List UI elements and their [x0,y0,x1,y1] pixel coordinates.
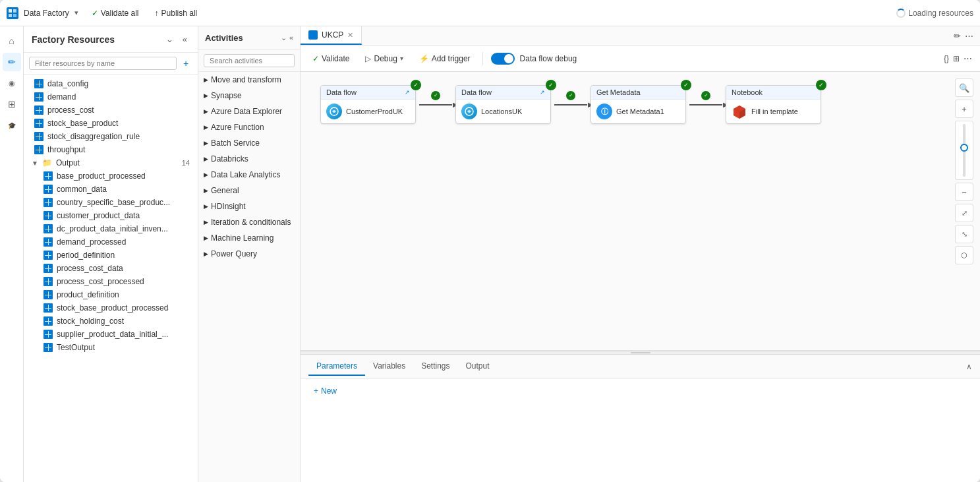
list-item[interactable]: common_data [24,183,198,196]
chevron-right-icon: ▶ [204,156,208,162]
dataset-icon [43,211,53,220]
list-item[interactable]: customer_product_data [24,209,198,222]
collapse-btn[interactable]: ⌄ [163,33,176,45]
canvas-edit-icon[interactable]: ✏ [954,31,961,41]
list-item[interactable]: stock_holding_cost [24,315,198,328]
list-item[interactable]: process_cost_data [24,262,198,275]
activity-group-hdinsight[interactable]: ▶ HDInsight [198,198,300,214]
activity-group-general[interactable]: ▶ General [198,183,300,198]
list-item[interactable]: base_product_processed [24,169,198,183]
node-header: Data flow ↗ [321,86,415,100]
activity-group-azure-explorer[interactable]: ▶ Azure Data Explorer [198,104,300,119]
output-folder[interactable]: ▼ 📁 Output 14 [24,156,198,169]
activity-group-databricks[interactable]: ▶ Databricks [198,151,300,167]
collapse-left-btn[interactable]: « [180,33,190,45]
activity-group-datalake[interactable]: ▶ Data Lake Analytics [198,167,300,183]
validate-all-button[interactable]: ✓ Validate all [89,7,142,19]
debug-dropdown-icon[interactable]: ▾ [400,55,403,62]
canvas-fit-all-btn[interactable]: ⤡ [955,225,973,243]
activities-close-btn[interactable]: « [289,34,293,42]
sidebar-nav-learn[interactable]: 🎓 [3,116,21,135]
node-type-label: Notebook [732,88,763,96]
activity-group-iteration[interactable]: ▶ Iteration & conditionals [198,214,300,230]
ukcp-tab[interactable]: UKCP ✕ [301,26,362,45]
list-item[interactable]: throughput [24,143,198,156]
list-item[interactable]: process_cost [24,104,198,117]
zoom-slider[interactable] [955,121,973,180]
validate-button[interactable]: ✓ Validate [308,52,353,65]
activity-group-move[interactable]: ▶ Move and transform [198,72,300,88]
canvas-search-btn[interactable]: 🔍 [955,78,973,97]
dataset-icon [34,132,43,141]
dataset-icon [43,316,53,326]
bottom-panel-collapse-btn[interactable]: ∧ [966,362,972,371]
list-item[interactable]: stock_disaggregation_rule [24,130,198,143]
sidebar-nav-edit[interactable]: ✏ [3,53,21,71]
sidebar-nav-monitor[interactable]: ◉ [3,74,21,92]
tab-variables[interactable]: Variables [365,357,413,376]
list-item[interactable]: demand [24,90,198,104]
factory-resources-title: Factory Resources [32,34,115,45]
list-item[interactable]: TestOutput [24,341,198,354]
canvas-fit-width-btn[interactable]: ⤢ [955,204,973,222]
notebook-icon [732,104,747,119]
flow-node-getmetadata[interactable]: Get Metadata ⓘ Get Metadata1 [591,85,686,124]
ukcp-tab-close-icon[interactable]: ✕ [347,31,353,40]
flow-node-customerproduk[interactable]: Data flow ↗ [320,85,416,124]
svg-rect-2 [9,14,12,17]
chevron-right-icon: ▶ [204,235,208,241]
canvas-zoom-out-btn[interactable]: − [955,183,973,201]
activity-group-synapse[interactable]: ▶ Synapse [198,88,300,104]
success-badge: ✓ [681,80,691,90]
canvas-more-icon[interactable]: ⋯ [965,31,973,41]
canvas-menu-icon[interactable]: ⋯ [964,53,972,63]
canvas-minimize-btn[interactable]: ⬡ [955,246,973,264]
node-type-label: Data flow [461,88,492,96]
add-resource-button[interactable]: + [179,57,192,70]
loading-spinner [896,9,906,18]
list-item[interactable]: stock_base_product_processed [24,301,198,315]
publish-all-button[interactable]: ↑ Publish all [152,7,200,19]
list-item[interactable]: supplier_product_data_initial_... [24,328,198,341]
pipeline-icon [308,30,318,40]
flow-node-locationsuk[interactable]: Data flow ↗ [455,85,551,124]
activity-group-azure-function[interactable]: ▶ Azure Function [198,119,300,135]
activities-search-input[interactable] [204,54,295,67]
list-item[interactable]: process_cost_processed [24,275,198,288]
activity-group-powerquery[interactable]: ▶ Power Query [198,246,300,262]
node-name-label: Get Metadata1 [616,107,664,115]
add-trigger-button[interactable]: ⚡ Add trigger [415,52,475,65]
debug-play-icon: ▷ [365,54,371,63]
list-item[interactable]: product_definition [24,288,198,301]
export-icon[interactable]: ↗ [405,89,410,96]
canvas-table-icon[interactable]: ⊞ [953,54,960,63]
flow-node-notebook[interactable]: Notebook [726,85,821,124]
debug-button[interactable]: ▷ Debug ▾ [361,52,407,65]
canvas-code-icon[interactable]: {} [944,54,949,63]
sidebar-nav-manage[interactable]: ⊞ [3,95,21,113]
data-flow-debug-toggle[interactable]: Data flow debug [491,53,577,65]
toggle-switch[interactable] [491,53,515,65]
resources-search-input[interactable] [29,57,177,70]
dataset-icon [43,290,53,299]
list-item[interactable]: period_definition [24,249,198,262]
export-icon[interactable]: ↗ [540,89,545,96]
activity-group-batch[interactable]: ▶ Batch Service [198,135,300,151]
canvas-zoom-in-btn[interactable]: + [955,100,973,118]
list-item[interactable]: stock_base_product [24,117,198,130]
tab-settings[interactable]: Settings [413,357,457,376]
tab-parameters[interactable]: Parameters [308,357,365,376]
activity-group-ml[interactable]: ▶ Machine Learning [198,230,300,246]
list-item[interactable]: country_specific_base_produc... [24,196,198,209]
zoom-slider-thumb[interactable] [960,144,968,152]
tab-output[interactable]: Output [458,357,498,376]
node-header: Get Metadata [591,86,685,100]
activities-collapse-btn[interactable]: ⌄ [281,34,287,42]
list-item[interactable]: demand_processed [24,235,198,249]
new-parameter-button[interactable]: + New [311,385,339,397]
list-item[interactable]: dc_product_data_initial_inven... [24,222,198,235]
list-item[interactable]: data_config [24,77,198,90]
node-name-label: Fill in template [751,107,798,115]
sidebar-nav-home[interactable]: ⌂ [3,32,21,50]
app-dropdown-icon[interactable]: ▾ [74,9,78,17]
